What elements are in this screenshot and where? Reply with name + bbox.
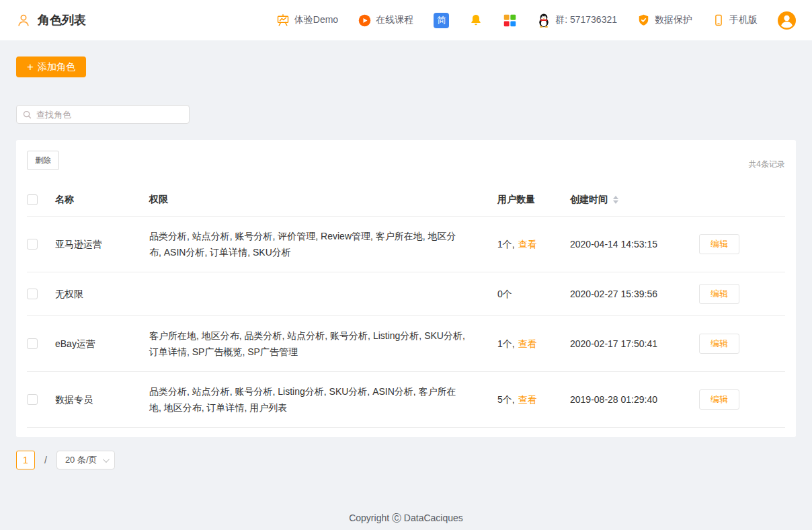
card-toolbar: 删除 共4条记录 [27, 151, 785, 170]
table-header-row: 名称 权限 用户数量 创建时间 [27, 184, 785, 217]
page-separator: / [44, 455, 47, 465]
role-name: 无权限 [55, 274, 149, 313]
roles-table: 名称 权限 用户数量 创建时间 亚马逊运营 品类分析, 站点分析, 账号分析, … [27, 184, 785, 428]
role-permissions [149, 282, 497, 305]
records-count: 共4条记录 [748, 159, 785, 170]
data-protection-label: 数据保护 [655, 14, 692, 26]
view-users-link[interactable]: 查看 [518, 338, 537, 349]
role-name: 数据专员 [55, 380, 149, 419]
footer: Copyright Ⓒ DataCaciques [0, 513, 812, 525]
role-permissions: 品类分析, 站点分析, 账号分析, 评价管理, Review管理, 客户所在地,… [149, 217, 497, 272]
nav-data-protection[interactable]: 数据保护 [637, 13, 692, 27]
sort-asc-icon [613, 196, 618, 199]
page-size-value: 20 条/页 [65, 454, 97, 466]
add-role-label: 添加角色 [38, 61, 75, 73]
mobile-version-label: 手机版 [729, 14, 758, 26]
column-user-count: 用户数量 [497, 184, 570, 216]
play-icon [358, 14, 371, 27]
row-checkbox[interactable] [27, 289, 38, 299]
created-time: 2019-08-28 01:29:40 [570, 380, 699, 419]
user-count: 1个, [497, 239, 515, 250]
table-row: eBay运营 客户所在地, 地区分布, 品类分析, 站点分析, 账号分析, Li… [27, 316, 785, 372]
nav-course-label: 在线课程 [376, 14, 413, 26]
search-box [16, 105, 190, 124]
created-time: 2020-04-14 14:53:15 [570, 225, 699, 264]
table-row: 无权限 0个 2020-02-27 15:39:56 编辑 [27, 272, 785, 316]
row-checkbox[interactable] [27, 239, 38, 250]
nav-online-course[interactable]: 在线课程 [358, 14, 413, 27]
page-size-select[interactable]: 20 条/页 [56, 451, 115, 469]
nav-demo-label: 体验Demo [294, 14, 338, 26]
apps-grid-icon[interactable] [503, 13, 517, 28]
row-checkbox[interactable] [27, 394, 38, 405]
column-created-label: 创建时间 [570, 194, 608, 206]
delete-button[interactable]: 删除 [27, 151, 59, 170]
bell-icon[interactable] [469, 13, 483, 27]
table-row: 亚马逊运营 品类分析, 站点分析, 账号分析, 评价管理, Review管理, … [27, 217, 785, 272]
top-header: 角色列表 体验Demo 在线课程 简 [0, 0, 812, 40]
edit-button[interactable]: 编辑 [699, 284, 739, 304]
created-time: 2020-02-17 17:50:41 [570, 324, 699, 363]
add-role-button[interactable]: + 添加角色 [16, 56, 86, 77]
role-name: eBay运营 [55, 324, 149, 363]
phone-icon [713, 13, 725, 27]
select-all-checkbox[interactable] [27, 194, 38, 205]
column-permissions: 权限 [149, 184, 497, 216]
user-count: 0个 [497, 289, 512, 299]
role-permissions: 客户所在地, 地区分布, 品类分析, 站点分析, 账号分析, Listing分析… [149, 316, 497, 371]
column-created: 创建时间 [570, 184, 699, 216]
shield-check-icon [637, 13, 650, 27]
qq-penguin-icon [537, 13, 551, 28]
language-badge[interactable]: 简 [434, 13, 449, 28]
page-number-button[interactable]: 1 [16, 451, 35, 469]
chevron-down-icon [103, 456, 110, 463]
column-name: 名称 [55, 184, 149, 216]
nav-qq-group[interactable]: 群: 571736321 [537, 13, 617, 28]
plus-icon: + [27, 61, 34, 73]
main-content: + 添加角色 删除 共4条记录 名称 权限 用户数量 创建时间 [0, 40, 812, 469]
role-name: 亚马逊运营 [55, 225, 149, 264]
page-title: 角色列表 [38, 12, 86, 28]
header-nav: 体验Demo 在线课程 简 [276, 11, 796, 30]
nav-demo[interactable]: 体验Demo [276, 13, 338, 27]
search-icon [22, 110, 32, 120]
role-person-icon [16, 13, 31, 28]
nav-mobile-version[interactable]: 手机版 [713, 13, 758, 27]
sort-created-control[interactable] [613, 196, 618, 204]
table-row: 数据专员 品类分析, 站点分析, 账号分析, Listing分析, SKU分析,… [27, 372, 785, 428]
user-count: 1个, [497, 338, 515, 349]
roles-table-card: 删除 共4条记录 名称 权限 用户数量 创建时间 亚马逊运营 [16, 140, 796, 437]
header-left: 角色列表 [16, 12, 86, 28]
column-action [699, 190, 785, 210]
pagination: 1 / 20 条/页 [16, 451, 796, 469]
created-time: 2020-02-27 15:39:56 [570, 274, 699, 313]
view-users-link[interactable]: 查看 [518, 239, 537, 250]
edit-button[interactable]: 编辑 [699, 334, 739, 354]
qq-group-label: 群: 571736321 [555, 14, 617, 26]
row-checkbox[interactable] [27, 338, 38, 349]
presentation-icon [276, 13, 290, 27]
sort-desc-icon [613, 200, 618, 204]
table-body: 亚马逊运营 品类分析, 站点分析, 账号分析, 评价管理, Review管理, … [27, 217, 785, 428]
copyright-text: Copyright Ⓒ DataCaciques [349, 513, 463, 523]
user-avatar[interactable] [778, 11, 796, 30]
view-users-link[interactable]: 查看 [518, 394, 537, 405]
edit-button[interactable]: 编辑 [699, 234, 739, 254]
search-input[interactable] [36, 110, 184, 120]
edit-button[interactable]: 编辑 [699, 389, 739, 410]
user-count: 5个, [497, 394, 515, 405]
role-permissions: 品类分析, 站点分析, 账号分析, Listing分析, SKU分析, ASIN… [149, 372, 497, 427]
